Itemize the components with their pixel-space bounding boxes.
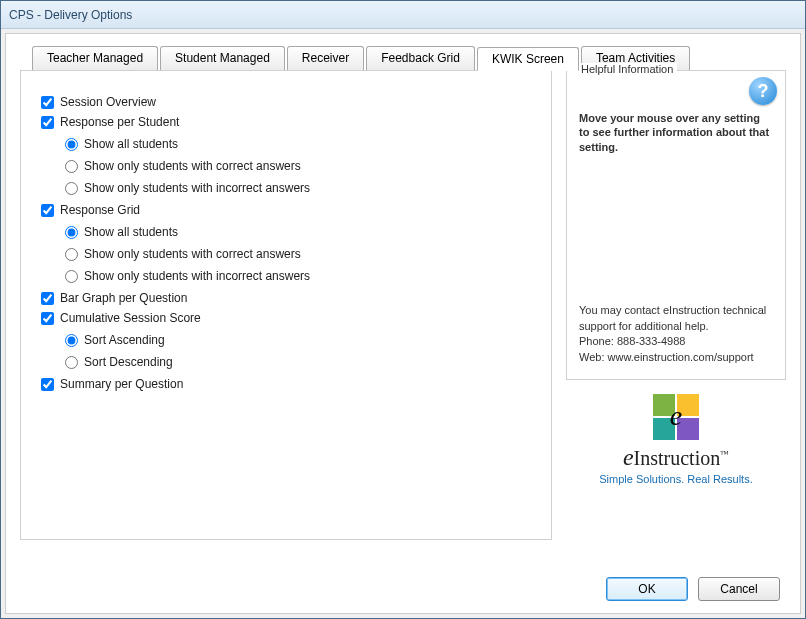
checkbox-cumulative[interactable]: [41, 312, 54, 325]
ok-button[interactable]: OK: [606, 577, 688, 601]
window-title: CPS - Delivery Options: [9, 8, 132, 22]
info-panel: Helpful Information ? Move your mouse ov…: [566, 70, 786, 380]
radios-cumulative: Sort Ascending Sort Descending: [65, 333, 531, 369]
tab-feedback-grid[interactable]: Feedback Grid: [366, 46, 475, 70]
settings-panel: Session Overview Response per Student Sh…: [20, 70, 552, 540]
help-icon: ?: [749, 77, 777, 105]
checkbox-summary[interactable]: [41, 378, 54, 391]
radio-rg-correct[interactable]: Show only students with correct answers: [65, 247, 531, 261]
checkbox-response-grid[interactable]: [41, 204, 54, 217]
info-title: Helpful Information: [577, 63, 677, 75]
contact-line-2: Phone: 888-333-4988: [579, 334, 773, 349]
logo-tagline: Simple Solutions. Real Results.: [566, 473, 786, 485]
check-session-overview[interactable]: Session Overview: [41, 95, 531, 109]
radio-rg-incorrect[interactable]: Show only students with incorrect answer…: [65, 269, 531, 283]
content-row: Session Overview Response per Student Sh…: [20, 70, 786, 540]
cancel-button[interactable]: Cancel: [698, 577, 780, 601]
contact-line-1: You may contact eInstruction technical s…: [579, 303, 773, 334]
checkbox-response-per-student[interactable]: [41, 116, 54, 129]
tab-kwik-screen[interactable]: KWIK Screen: [477, 47, 579, 71]
title-bar: CPS - Delivery Options: [1, 1, 805, 29]
info-hint: Move your mouse over any setting to see …: [579, 111, 773, 154]
checkbox-session-overview[interactable]: [41, 96, 54, 109]
radio-sort-desc[interactable]: Sort Descending: [65, 355, 531, 369]
radio-input-rps-incorrect[interactable]: [65, 182, 78, 195]
check-response-grid[interactable]: Response Grid: [41, 203, 531, 217]
radio-input-rps-all[interactable]: [65, 138, 78, 151]
check-summary[interactable]: Summary per Question: [41, 377, 531, 391]
brand-logo: e eInstruction™ Simple Solutions. Real R…: [566, 394, 786, 485]
radios-response-grid: Show all students Show only students wit…: [65, 225, 531, 283]
radio-input-rg-incorrect[interactable]: [65, 270, 78, 283]
dialog-buttons: OK Cancel: [606, 577, 780, 601]
contact-block: You may contact eInstruction technical s…: [579, 303, 773, 365]
radio-input-rps-correct[interactable]: [65, 160, 78, 173]
radio-rps-all[interactable]: Show all students: [65, 137, 531, 151]
radio-input-sort-asc[interactable]: [65, 334, 78, 347]
checkbox-bar-graph[interactable]: [41, 292, 54, 305]
dialog-window: CPS - Delivery Options Teacher Managed S…: [0, 0, 806, 619]
logo-text: eInstruction™: [566, 444, 786, 471]
contact-line-3: Web: www.einstruction.com/support: [579, 350, 773, 365]
tab-receiver[interactable]: Receiver: [287, 46, 364, 70]
radio-input-rg-correct[interactable]: [65, 248, 78, 261]
logo-mark-icon: e: [653, 394, 699, 440]
check-response-per-student[interactable]: Response per Student: [41, 115, 531, 129]
radio-rps-incorrect[interactable]: Show only students with incorrect answer…: [65, 181, 531, 195]
radio-input-sort-desc[interactable]: [65, 356, 78, 369]
right-column: Helpful Information ? Move your mouse ov…: [566, 70, 786, 485]
radio-input-rg-all[interactable]: [65, 226, 78, 239]
dialog-body: Teacher Managed Student Managed Receiver…: [5, 33, 801, 614]
radios-response-per-student: Show all students Show only students wit…: [65, 137, 531, 195]
radio-rg-all[interactable]: Show all students: [65, 225, 531, 239]
radio-rps-correct[interactable]: Show only students with correct answers: [65, 159, 531, 173]
tab-teacher-managed[interactable]: Teacher Managed: [32, 46, 158, 70]
check-cumulative[interactable]: Cumulative Session Score: [41, 311, 531, 325]
check-bar-graph[interactable]: Bar Graph per Question: [41, 291, 531, 305]
tab-student-managed[interactable]: Student Managed: [160, 46, 285, 70]
radio-sort-asc[interactable]: Sort Ascending: [65, 333, 531, 347]
